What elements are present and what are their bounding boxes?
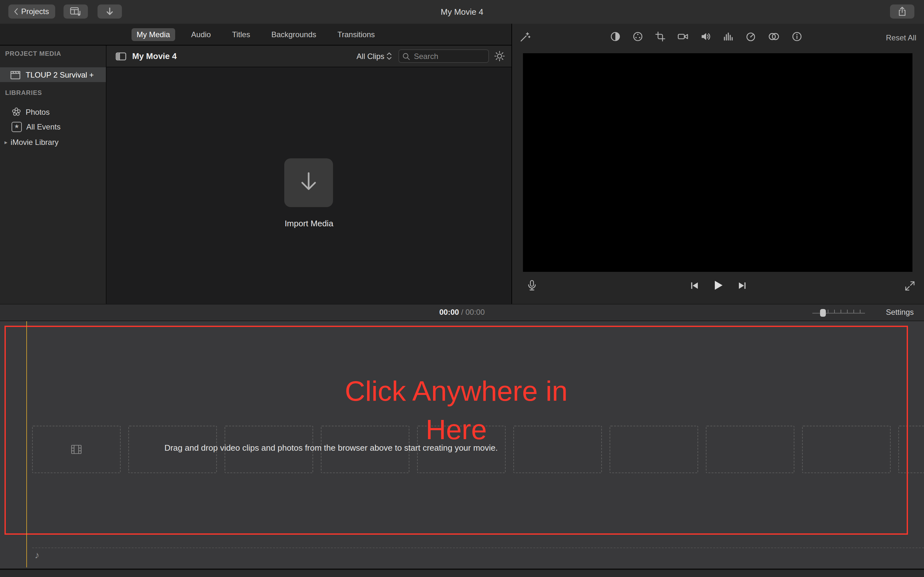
annotation-highlight-rect: Click Anywhere in Here	[5, 326, 908, 535]
timeline-toolbar: 00:00 / 00:00 Settings	[0, 304, 924, 321]
volume-icon[interactable]	[701, 31, 711, 42]
timeline-zoom-slider[interactable]	[813, 309, 865, 317]
project-name-label: TLOUP 2 Survival +	[26, 70, 94, 79]
effects-icon[interactable]	[768, 31, 780, 42]
media-browser: My Movie 4 All Clips	[107, 45, 511, 304]
browser-title: My Movie 4	[132, 51, 177, 61]
viewer-screen[interactable]	[523, 53, 913, 272]
photos-flower-icon	[11, 107, 21, 117]
timeline-bottom-strip	[0, 569, 924, 577]
timeline[interactable]: Click Anywhere in Here Dr	[0, 321, 924, 569]
noise-reduction-icon[interactable]	[723, 31, 733, 42]
stabilization-camera-icon[interactable]	[678, 31, 688, 42]
fullscreen-icon[interactable]	[905, 281, 915, 291]
media-browser-header: My Movie 4 All Clips	[107, 45, 511, 67]
import-arrow-icon	[297, 171, 320, 195]
clip-appearance-icon[interactable]	[494, 51, 505, 61]
clip-filter-popup[interactable]: All Clips	[357, 52, 392, 61]
disclosure-triangle-icon[interactable]: ▸	[5, 139, 7, 145]
timecode-display: 00:00 / 00:00	[0, 308, 924, 317]
clapperboard-icon	[0, 70, 21, 79]
sidebar-item-project[interactable]: TLOUP 2 Survival +	[0, 67, 106, 82]
tab-titles[interactable]: Titles	[227, 28, 255, 41]
import-media-button[interactable]	[284, 158, 333, 207]
color-correction-icon[interactable]	[633, 31, 643, 42]
music-note-icon: ♪	[35, 550, 39, 560]
browser-pane: My Media Audio Titles Backgrounds Transi…	[0, 24, 512, 304]
transport-group	[512, 280, 924, 290]
sidebar-item-all-events[interactable]: ★ All Events	[0, 119, 118, 134]
zoom-slider-ticks	[821, 309, 865, 313]
import-media-label: Import Media	[107, 219, 511, 228]
annotation-line1: Click Anywhere in	[6, 372, 907, 410]
project-media-header: PROJECT MEDIA	[5, 50, 61, 57]
playhead[interactable]	[26, 321, 27, 567]
reset-all-button[interactable]: Reset All	[886, 33, 916, 42]
skip-back-button[interactable]	[690, 281, 698, 290]
sidebar-toggle-icon[interactable]	[115, 52, 126, 61]
tab-audio[interactable]: Audio	[186, 28, 216, 41]
search-field[interactable]	[399, 49, 489, 63]
info-icon[interactable]	[792, 31, 802, 42]
zoom-slider-thumb[interactable]	[820, 309, 826, 317]
imovie-library-label: iMovie Library	[11, 137, 58, 147]
playback-controls	[512, 277, 924, 296]
timeline-settings-button[interactable]: Settings	[886, 308, 914, 317]
photos-label: Photos	[26, 107, 50, 116]
window-title: My Movie 4	[0, 7, 924, 17]
play-button[interactable]	[713, 280, 723, 290]
popup-chevrons-icon	[386, 52, 392, 60]
all-events-star-icon: ★	[11, 121, 22, 132]
annotation-text: Click Anywhere in Here	[6, 372, 907, 449]
library-sidebar: PROJECT MEDIA TLOUP 2 Survival + LIBRARI…	[0, 45, 107, 304]
browser-tabs-bar: My Media Audio Titles Backgrounds Transi…	[0, 24, 511, 45]
all-events-label: All Events	[26, 122, 61, 131]
top-toolbar: Projects My Movie 4	[0, 0, 924, 24]
imovie-window: Projects My Movie 4 My Media Audio Title…	[0, 0, 924, 577]
clip-filter-label: All Clips	[357, 52, 384, 61]
speed-icon[interactable]	[746, 31, 756, 42]
sidebar-item-photos[interactable]: Photos	[0, 105, 118, 119]
search-input[interactable]	[413, 51, 485, 61]
libraries-header: LIBRARIES	[5, 89, 42, 96]
search-icon	[402, 52, 410, 60]
enhance-wand-icon[interactable]	[520, 31, 531, 42]
current-time: 00:00	[439, 308, 459, 317]
skip-forward-button[interactable]	[738, 281, 746, 290]
audio-lane-divider	[32, 548, 924, 548]
tab-backgrounds[interactable]: Backgrounds	[266, 28, 321, 41]
viewer-pane: Reset All	[512, 24, 924, 304]
tab-transitions[interactable]: Transitions	[333, 28, 380, 41]
tab-my-media[interactable]: My Media	[132, 28, 175, 41]
crop-icon[interactable]	[655, 31, 666, 42]
annotation-line2: Here	[6, 410, 907, 449]
color-balance-icon[interactable]	[610, 31, 620, 42]
time-separator: /	[461, 308, 463, 317]
sidebar-item-imovie-library[interactable]: ▸ iMovie Library	[0, 135, 110, 149]
total-time: 00:00	[465, 308, 485, 317]
viewer-toolbar: Reset All	[512, 24, 924, 53]
adjust-icons-group	[610, 31, 802, 42]
